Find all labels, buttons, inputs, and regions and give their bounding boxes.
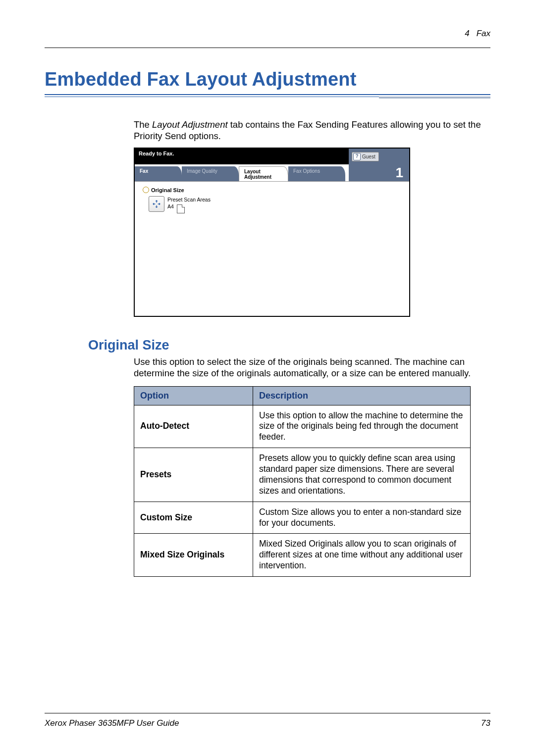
tab-layout-adjustment[interactable]: Layout Adjustment xyxy=(239,166,288,181)
options-table: Option Description Auto-Detect Use this … xyxy=(134,386,471,577)
device-tabs: Fax Image Quality Layout Adjustment Fax … xyxy=(135,164,349,181)
title-underline xyxy=(45,94,490,99)
expand-arrows-icon xyxy=(152,200,161,208)
desc-custom-size: Custom Size allows you to enter a non-st… xyxy=(253,502,471,534)
table-row: Presets Presets allow you to quickly def… xyxy=(134,448,471,502)
guest-label: Guest xyxy=(362,154,375,159)
footer-rule xyxy=(45,713,490,713)
tab-image-quality[interactable]: Image Quality xyxy=(182,166,239,181)
header-chapter-name: Fax xyxy=(477,29,490,39)
preset-scan-button[interactable] xyxy=(149,196,164,212)
table-row: Auto-Detect Use this option to allow the… xyxy=(134,405,471,448)
original-size-label: Original Size xyxy=(151,187,184,193)
desc-presets: Presets allow you to quickly define scan… xyxy=(253,448,471,502)
opt-presets: Presets xyxy=(134,448,253,502)
footer-page-number: 73 xyxy=(481,718,490,728)
desc-auto-detect: Use this option to allow the machine to … xyxy=(253,405,471,448)
opt-mixed-size: Mixed Size Originals xyxy=(134,534,253,577)
device-status: Ready to Fax. xyxy=(135,149,349,164)
th-option: Option xyxy=(134,386,253,405)
tab-fax[interactable]: Fax xyxy=(135,166,182,181)
intro-em: Layout Adjustment xyxy=(152,119,228,130)
opt-auto-detect: Auto-Detect xyxy=(134,405,253,448)
section-paragraph: Use this option to select the size of th… xyxy=(134,356,490,379)
header-rule xyxy=(45,48,490,48)
help-icon: ? xyxy=(353,153,361,160)
th-description: Description xyxy=(253,386,471,405)
tab-fax-options[interactable]: Fax Options xyxy=(288,166,345,181)
device-screenshot: Ready to Fax. ? Guest Fax Image Quality … xyxy=(134,148,410,317)
device-count: 1 xyxy=(349,164,409,181)
table-row: Custom Size Custom Size allows you to en… xyxy=(134,502,471,534)
intro-text-1: The xyxy=(134,119,152,130)
page-title: Embedded Fax Layout Adjustment xyxy=(45,69,490,90)
page-icon xyxy=(177,204,185,213)
desc-mixed-size: Mixed Sized Originals allow you to scan … xyxy=(253,534,471,577)
header-chapter-number: 4 xyxy=(465,29,469,39)
intro-paragraph: The Layout Adjustment tab contains the F… xyxy=(134,119,490,142)
preset-line2: A4 xyxy=(167,203,174,210)
status-dot-icon xyxy=(143,187,149,193)
opt-custom-size: Custom Size xyxy=(134,502,253,534)
preset-line1: Preset Scan Areas xyxy=(167,196,211,203)
table-row: Mixed Size Originals Mixed Sized Origina… xyxy=(134,534,471,577)
guest-button[interactable]: ? Guest xyxy=(352,152,379,161)
footer-guide-name: Xerox Phaser 3635MFP User Guide xyxy=(45,718,179,728)
section-heading: Original Size xyxy=(88,338,490,353)
